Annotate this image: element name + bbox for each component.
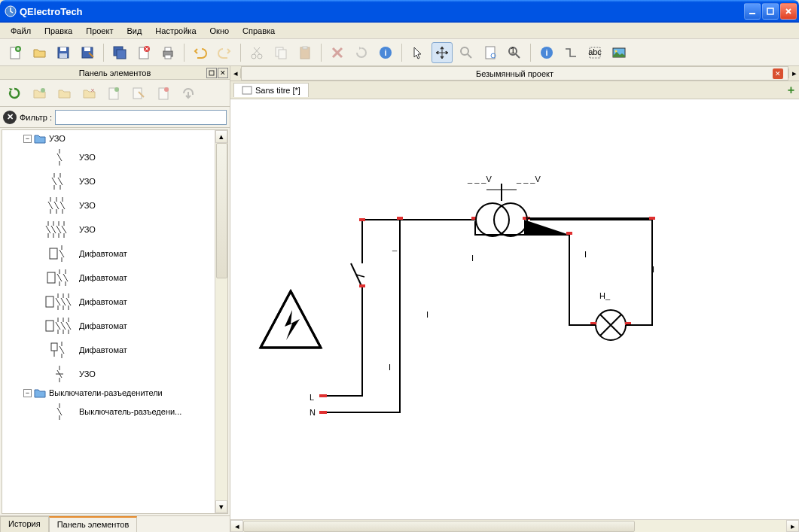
svg-text:1: 1 [511, 46, 515, 55]
tree-scrollbar[interactable]: ▴ ▾ [215, 130, 227, 513]
scroll-thumb[interactable] [216, 143, 227, 278]
canvas-area: ◂ Безымянный проект ✕ ▸ Sans titre [*] + [230, 66, 799, 532]
collapse-icon[interactable]: − [23, 135, 32, 143]
tree-item[interactable]: Дифавтомат [2, 266, 227, 290]
add-sheet-button[interactable]: + [788, 84, 794, 97]
tab-scroll-right[interactable]: ▸ [788, 68, 799, 78]
svg-rect-20 [279, 50, 286, 59]
close-tab-button[interactable]: ✕ [773, 68, 783, 79]
edit-folder-button[interactable] [53, 83, 75, 104]
undo-button[interactable] [190, 42, 211, 63]
help-button[interactable]: i [536, 42, 557, 63]
menu-help[interactable]: Справка [236, 25, 281, 37]
svg-rect-49 [319, 394, 327, 397]
menu-project[interactable]: Проект [80, 25, 119, 37]
copy-button[interactable] [270, 42, 291, 63]
svg-text:abc: abc [588, 47, 602, 56]
move-button[interactable] [432, 42, 453, 63]
svg-text:_ _ _V: _ _ _V [467, 175, 492, 184]
panel-float-button[interactable] [206, 68, 217, 78]
tree-folder[interactable]: − УЗО [2, 132, 227, 145]
schematic: L N [230, 99, 799, 519]
svg-point-25 [461, 47, 468, 55]
tab-elements[interactable]: Панель элементов [49, 516, 138, 532]
project-tab[interactable]: Безымянный проект ✕ [241, 66, 788, 81]
horizontal-scrollbar[interactable]: ◂ ▸ [230, 519, 799, 532]
tab-history[interactable]: История [0, 516, 49, 532]
save-all-button[interactable] [109, 42, 130, 63]
svg-text:_ _ _V: _ _ _V [516, 175, 541, 184]
grid-button[interactable]: abc [584, 42, 605, 63]
save-button[interactable] [53, 42, 74, 63]
filter-input[interactable] [55, 110, 227, 125]
scroll-down-button[interactable]: ▾ [215, 500, 227, 513]
elements-tree[interactable]: − УЗО УЗО УЗО УЗО УЗО Дифавтомат Дифавто… [2, 129, 228, 514]
tree-item[interactable]: УЗО [2, 145, 227, 169]
tab-scroll-left[interactable]: ◂ [230, 68, 241, 78]
canvas[interactable]: L N [230, 99, 799, 519]
filter-row: ✕ Фильтр : [0, 107, 230, 128]
close-file-button[interactable] [133, 42, 154, 63]
element-icon [44, 315, 75, 336]
rotate-button[interactable] [351, 42, 372, 63]
panel-header: Панель элементов ✕ [0, 66, 230, 80]
tree-folder[interactable]: − Выключатели-разъеденители [2, 386, 227, 400]
label-l: L [310, 393, 314, 402]
info-button[interactable]: i [375, 42, 396, 63]
refresh-button[interactable] [3, 83, 26, 104]
svg-text:I: I [389, 363, 391, 372]
delete-button[interactable] [327, 42, 348, 63]
new-folder-button[interactable] [28, 83, 50, 104]
sheet-tab[interactable]: Sans titre [*] [233, 83, 309, 97]
zoom-fit-button[interactable]: 1 [504, 42, 525, 63]
paste-button[interactable] [294, 42, 316, 63]
svg-rect-47 [51, 343, 57, 351]
scroll-left-button[interactable]: ◂ [230, 520, 243, 532]
tree-item[interactable]: УЗО [2, 169, 227, 193]
h-scroll-thumb[interactable] [243, 521, 635, 532]
tree-item[interactable]: УЗО [2, 362, 227, 386]
svg-rect-51 [359, 218, 365, 221]
pointer-button[interactable] [407, 42, 428, 63]
scroll-up-button[interactable]: ▴ [215, 130, 227, 143]
maximize-button[interactable] [762, 3, 779, 20]
cut-button[interactable] [246, 42, 267, 63]
image-button[interactable] [608, 42, 630, 63]
menu-view[interactable]: Вид [120, 25, 148, 37]
tree-item[interactable]: Выключатель-разъедени... [2, 400, 227, 424]
clear-filter-icon[interactable]: ✕ [3, 111, 17, 124]
page-button[interactable] [480, 42, 501, 63]
zoom-button[interactable] [456, 42, 477, 63]
scroll-right-button[interactable]: ▸ [786, 520, 799, 532]
tree-item[interactable]: УЗО [2, 217, 227, 242]
tree-item[interactable]: УЗО [2, 193, 227, 217]
tree-item[interactable]: Дифавтомат [2, 290, 227, 314]
switch-symbol[interactable] [351, 218, 475, 287]
delete-folder-button[interactable] [78, 83, 100, 104]
main-toolbar: i 1 i abc [0, 39, 799, 66]
warning-symbol[interactable] [261, 291, 321, 348]
menu-file[interactable]: Файл [5, 25, 37, 37]
menu-window[interactable]: Окно [204, 25, 236, 37]
redo-button[interactable] [214, 42, 235, 63]
new-button[interactable] [5, 42, 26, 63]
close-button[interactable] [780, 3, 797, 20]
delete-element-button[interactable] [152, 83, 175, 104]
open-button[interactable] [29, 42, 50, 63]
tree-item[interactable]: Дифавтомат [2, 242, 227, 266]
print-button[interactable] [157, 42, 178, 63]
element-icon [44, 291, 75, 312]
import-button[interactable] [177, 83, 200, 104]
menu-settings[interactable]: Настройка [149, 25, 202, 37]
save-as-button[interactable] [77, 42, 98, 63]
tree-item[interactable]: Дифавтомат [2, 314, 227, 338]
minimize-button[interactable] [744, 3, 761, 20]
wire-button[interactable] [560, 42, 581, 63]
panel-close-button[interactable]: ✕ [218, 68, 228, 78]
new-element-button[interactable] [102, 83, 125, 104]
edit-element-button[interactable] [127, 83, 150, 104]
tree-item[interactable]: Дифавтомат [2, 338, 227, 362]
lamp-symbol[interactable] [524, 220, 631, 340]
collapse-icon[interactable]: − [23, 389, 32, 397]
menu-edit[interactable]: Правка [38, 25, 78, 37]
